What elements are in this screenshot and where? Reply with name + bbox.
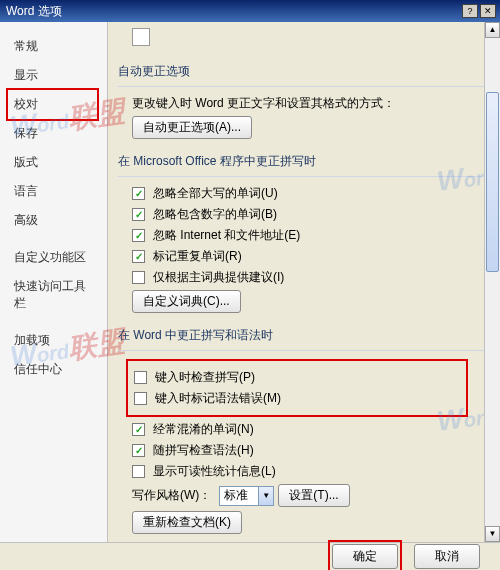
opt-ignore-internet: 忽略 Internet 和文件地址(E)	[153, 227, 300, 244]
checkbox[interactable]	[134, 392, 147, 405]
dialog-footer: 确定 取消	[0, 542, 500, 570]
scroll-down-icon[interactable]: ▼	[485, 526, 500, 542]
main-area: 常规 显示 校对 保存 版式 语言 高级 自定义功能区 快速访问工具栏 加载项 …	[0, 22, 500, 542]
opt-main-dict-only: 仅根据主词典提供建议(I)	[153, 269, 284, 286]
writing-style-label: 写作风格(W)：	[132, 487, 211, 504]
sidebar-item-proofing[interactable]: 校对	[0, 90, 107, 119]
settings-button[interactable]: 设置(T)...	[278, 484, 349, 507]
checkbox[interactable]: ✓	[132, 250, 145, 263]
title-bar: Word 选项 ? ✕	[0, 0, 500, 22]
opt-ignore-numbers: 忽略包含数字的单词(B)	[153, 206, 277, 223]
autocorrect-options-button[interactable]: 自动更正选项(A)...	[132, 116, 252, 139]
checkbox[interactable]	[134, 371, 147, 384]
opt-check-spelling: 键入时检查拼写(P)	[155, 369, 255, 386]
opt-readability-stats: 显示可读性统计信息(L)	[153, 463, 276, 480]
opt-flag-repeated: 标记重复单词(R)	[153, 248, 242, 265]
sidebar-item-customize-ribbon[interactable]: 自定义功能区	[0, 243, 107, 272]
sidebar-item-language[interactable]: 语言	[0, 177, 107, 206]
writing-style-value: 标准	[220, 487, 258, 504]
chevron-down-icon: ▼	[258, 487, 273, 505]
sidebar-item-qat[interactable]: 快速访问工具栏	[0, 272, 107, 318]
sidebar-item-general[interactable]: 常规	[0, 32, 107, 61]
highlight-box: 键入时检查拼写(P) 键入时标记语法错误(M)	[126, 359, 468, 417]
content-panel: 自动更正选项 更改键入时 Word 更正文字和设置其格式的方式： 自动更正选项(…	[108, 22, 500, 542]
opt-check-grammar-with-spelling: 随拼写检查语法(H)	[153, 442, 254, 459]
sidebar-item-advanced[interactable]: 高级	[0, 206, 107, 235]
scroll-up-icon[interactable]: ▲	[485, 22, 500, 38]
scroll-thumb[interactable]	[486, 92, 499, 272]
opt-ignore-uppercase: 忽略全部大写的单词(U)	[153, 185, 278, 202]
checkbox[interactable]: ✓	[132, 208, 145, 221]
sidebar-item-trust[interactable]: 信任中心	[0, 355, 107, 384]
ok-button[interactable]: 确定	[332, 544, 398, 569]
section-exceptions: 例外项(X)： 网站金字塔结构.docx ▼	[118, 538, 488, 542]
sidebar-item-addins[interactable]: 加载项	[0, 326, 107, 355]
autocorrect-desc: 更改键入时 Word 更正文字和设置其格式的方式：	[132, 95, 395, 112]
checkbox[interactable]	[132, 271, 145, 284]
writing-style-select[interactable]: 标准 ▼	[219, 486, 274, 506]
sidebar: 常规 显示 校对 保存 版式 语言 高级 自定义功能区 快速访问工具栏 加载项 …	[0, 22, 108, 542]
vertical-scrollbar[interactable]: ▲ ▼	[484, 22, 500, 542]
sidebar-item-layout[interactable]: 版式	[0, 148, 107, 177]
checkbox[interactable]	[132, 465, 145, 478]
checkbox[interactable]: ✓	[132, 229, 145, 242]
abc-icon	[132, 28, 150, 46]
section-office-title: 在 Microsoft Office 程序中更正拼写时	[118, 143, 488, 177]
close-icon[interactable]: ✕	[480, 4, 496, 18]
help-icon[interactable]: ?	[462, 4, 478, 18]
recheck-doc-button[interactable]: 重新检查文档(K)	[132, 511, 242, 534]
checkbox[interactable]: ✓	[132, 423, 145, 436]
window-controls: ? ✕	[462, 4, 496, 18]
cancel-button[interactable]: 取消	[414, 544, 480, 569]
checkbox[interactable]: ✓	[132, 444, 145, 457]
section-word-title: 在 Word 中更正拼写和语法时	[118, 317, 488, 351]
highlight-box: 确定	[328, 540, 402, 570]
custom-dict-button[interactable]: 自定义词典(C)...	[132, 290, 241, 313]
opt-confused-words: 经常混淆的单词(N)	[153, 421, 254, 438]
sidebar-item-display[interactable]: 显示	[0, 61, 107, 90]
section-autocorrect-title: 自动更正选项	[118, 53, 488, 87]
opt-mark-grammar: 键入时标记语法错误(M)	[155, 390, 281, 407]
checkbox[interactable]: ✓	[132, 187, 145, 200]
window-title: Word 选项	[6, 0, 62, 22]
sidebar-item-save[interactable]: 保存	[0, 119, 107, 148]
